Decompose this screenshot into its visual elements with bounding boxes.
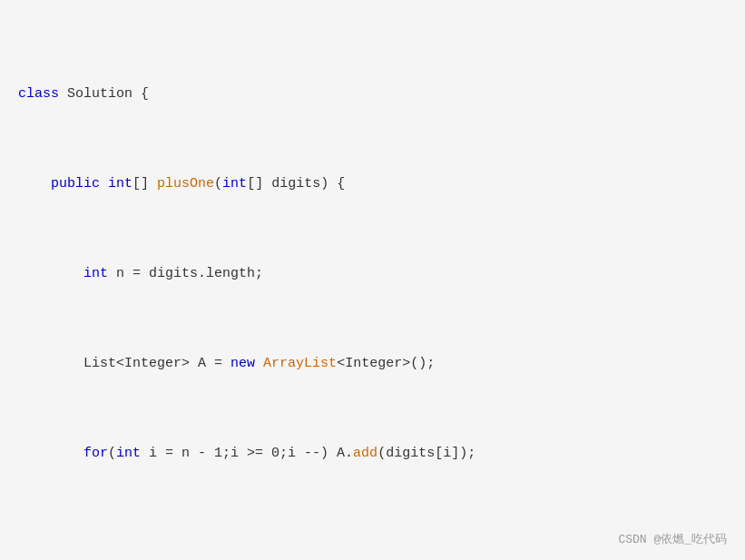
code-line-1: class Solution {: [18, 84, 727, 106]
code-block: class Solution { public int[] plusOne(in…: [18, 16, 727, 560]
code-line-4: List<Integer> A = new ArrayList<Integer>…: [18, 353, 727, 376]
code-line-2: public int[] plusOne(int[] digits) {: [18, 173, 727, 196]
code-line-5: for(int i = n - 1;i >= 0;i --) A.add(dig…: [18, 443, 727, 466]
code-container: class Solution { public int[] plusOne(in…: [0, 0, 745, 560]
watermark: CSDN @依燃_吃代码: [618, 531, 727, 547]
code-line-3: int n = digits.length;: [18, 263, 727, 286]
